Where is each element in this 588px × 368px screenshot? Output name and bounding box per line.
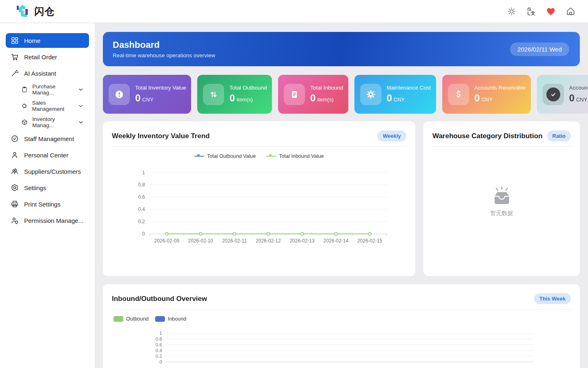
- banner-text: Dashboard Real-time warehouse operations…: [113, 40, 215, 58]
- stat-unit: CNY: [481, 96, 492, 103]
- sidebar-item-staff-management[interactable]: Staff Management: [6, 131, 89, 146]
- stat-value: 0: [135, 92, 140, 103]
- person-shield-icon: [11, 216, 19, 224]
- stats-row: Total Inventory Value 0CNY Total Outboun…: [103, 75, 580, 114]
- stat-card-maintenance-cost: Maintenance Cost 0CNY: [354, 75, 436, 114]
- date-badge: 2026/02/11 Wed: [510, 43, 569, 56]
- info-icon: [109, 84, 130, 105]
- sidebar-item-print-settings[interactable]: Print Settings: [6, 197, 89, 211]
- sidebar-item-purchase-management[interactable]: Purchase Manag...: [16, 82, 89, 97]
- legend-label: Total Inbound Value: [279, 153, 324, 159]
- sidebar-item-label: Sales Management: [32, 100, 74, 112]
- topbar-actions: A 文: [506, 6, 576, 17]
- weekly-trend-card: Weekly Inventory Value Trend Weekly Tota…: [103, 121, 415, 276]
- stat-unit: item(s): [317, 96, 334, 103]
- chevron-down-icon: [78, 86, 84, 93]
- svg-text:0.2: 0.2: [156, 354, 162, 359]
- page-title: Dashboard: [113, 40, 215, 50]
- legend-item-outbound-value[interactable]: Total Outbound Value: [194, 153, 256, 159]
- sidebar-item-label: Settings: [24, 184, 46, 191]
- stat-unit: CNY: [142, 96, 153, 103]
- legend-item-outbound[interactable]: Outbound: [114, 316, 149, 322]
- empty-text: 暂无数据: [490, 210, 513, 217]
- sidebar-item-label: Suppliers/Customers: [24, 168, 81, 175]
- document-icon: [284, 84, 305, 105]
- ratio-badge[interactable]: Ratio: [547, 130, 571, 141]
- sidebar-item-label: Print Settings: [24, 201, 60, 208]
- stat-card-total-outbound: Total Outbound 0item(s): [197, 75, 272, 114]
- sidebar: Home Retail Order AI Assistant Purchase …: [0, 23, 95, 368]
- stat-label: Total Inventory Value: [135, 85, 186, 91]
- dollar-icon: [448, 84, 469, 105]
- stat-unit: item(s): [236, 96, 253, 103]
- legend-item-inbound-value[interactable]: Total Inbound Value: [266, 153, 324, 159]
- charts-row: Weekly Inventory Value Trend Weekly Tota…: [103, 121, 580, 276]
- chevron-down-icon: [78, 102, 84, 110]
- svg-text:2026-02-12: 2026-02-12: [256, 238, 281, 244]
- trend-legend: Total Outbound Value Total Inbound Value: [111, 153, 407, 159]
- weekly-badge[interactable]: Weekly: [377, 130, 406, 141]
- sidebar-item-retail-order[interactable]: Retail Order: [6, 49, 89, 64]
- theme-toggle-icon[interactable]: [506, 6, 517, 17]
- svg-text:1: 1: [142, 170, 145, 175]
- svg-text:2026-02-13: 2026-02-13: [290, 238, 315, 244]
- sidebar-item-label: Personal Center: [24, 152, 68, 159]
- stat-value: 0: [474, 92, 480, 103]
- language-switch-icon[interactable]: A 文: [526, 6, 537, 17]
- legend-label: Inbound: [168, 316, 186, 322]
- stat-card-total-inventory-value: Total Inventory Value 0CNY: [103, 75, 191, 114]
- svg-text:0.4: 0.4: [156, 348, 163, 353]
- chevron-down-icon: [78, 119, 84, 126]
- svg-text:0: 0: [160, 359, 162, 364]
- overview-bar-chart: 10.80.60.40.20: [111, 331, 572, 368]
- stat-label: Total Outbound: [229, 85, 267, 91]
- main-content: Dashboard Real-time warehouse operations…: [103, 23, 580, 368]
- line-marker: [266, 156, 276, 157]
- app-logo[interactable]: 闪仓: [16, 4, 55, 19]
- people-icon: [11, 167, 19, 175]
- this-week-badge[interactable]: This Week: [534, 293, 571, 304]
- arrows-updown-icon: [203, 84, 224, 105]
- dashboard-banner: Dashboard Real-time warehouse operations…: [103, 32, 580, 66]
- sidebar-item-home[interactable]: Home: [6, 33, 89, 48]
- clipboard-icon: [21, 86, 28, 93]
- sidebar-item-settings[interactable]: Settings: [6, 180, 89, 195]
- favorite-heart-icon[interactable]: [546, 6, 556, 17]
- svg-text:0.8: 0.8: [138, 182, 145, 188]
- sidebar-item-inventory-management[interactable]: Inventory Manag...: [16, 115, 89, 130]
- svg-text:2026-02-09: 2026-02-09: [154, 238, 180, 244]
- stat-value: 0: [310, 92, 316, 103]
- svg-text:2026-02-15: 2026-02-15: [357, 238, 383, 244]
- stat-card-accounts-payable: Accounts Payable 0CNY: [537, 75, 588, 114]
- svg-text:2026-02-10: 2026-02-10: [188, 238, 214, 244]
- category-distribution-card: Warehouse Category Distribution Ratio 暂无…: [423, 121, 580, 276]
- stat-label: Accounts Receivable: [474, 85, 526, 91]
- sidebar-item-sales-management[interactable]: Sales Management: [16, 99, 89, 113]
- stat-value: 0: [569, 92, 575, 103]
- stat-card-accounts-receivable: Accounts Receivable 0CNY: [442, 75, 531, 114]
- sidebar-item-permission-management[interactable]: Permission Manage...: [6, 213, 89, 228]
- home-icon[interactable]: [565, 6, 576, 17]
- category-card-title: Warehouse Category Distribution: [432, 132, 543, 140]
- check-icon: [543, 84, 564, 105]
- line-marker: [194, 156, 204, 157]
- svg-text:文: 文: [530, 11, 535, 16]
- printer-icon: [11, 200, 19, 208]
- sidebar-item-suppliers-customers[interactable]: Suppliers/Customers: [6, 164, 89, 179]
- sidebar-item-label: Permission Manage...: [24, 217, 83, 224]
- sidebar-item-personal-center[interactable]: Personal Center: [6, 148, 89, 162]
- legend-label: Total Outbound Value: [207, 153, 256, 159]
- empty-state: 暂无数据: [432, 186, 572, 217]
- stat-unit: CNY: [394, 96, 405, 103]
- legend-item-inbound[interactable]: Inbound: [155, 316, 186, 322]
- svg-text:0: 0: [142, 231, 145, 237]
- settings-icon: [11, 184, 19, 192]
- svg-text:2026-02-14: 2026-02-14: [323, 238, 349, 244]
- svg-text:0.4: 0.4: [138, 206, 145, 212]
- stat-label: Total Inbound: [310, 85, 343, 91]
- sidebar-item-ai-assistant[interactable]: AI Assistant: [6, 66, 89, 81]
- logo-icon: [16, 4, 32, 19]
- sidebar-item-label: Staff Management: [24, 135, 74, 142]
- sidebar-item-label: Retail Order: [24, 54, 57, 61]
- gear-icon: [360, 84, 381, 105]
